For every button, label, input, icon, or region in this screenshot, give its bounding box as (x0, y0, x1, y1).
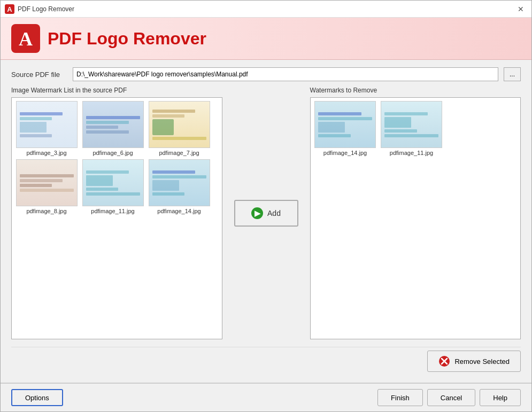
options-button[interactable]: Options (11, 389, 63, 406)
footer-right: Finish Cancel Help (377, 389, 521, 406)
list-item[interactable]: pdfimage_14.jpg (148, 159, 211, 214)
thumbnail-pdfimage11 (82, 159, 144, 206)
add-button-label: Add (267, 209, 281, 217)
main-content: Source PDF file ... Image Watermark List… (1, 60, 531, 383)
add-button[interactable]: ▶ Add (234, 200, 298, 227)
thumbnail-pdfimage14 (149, 159, 210, 206)
help-button[interactable]: Help (480, 389, 521, 406)
thumb-label-3: pdfimage_3.jpg (26, 150, 66, 156)
list-item[interactable]: pdfimage_11.jpg (380, 101, 443, 156)
cancel-button[interactable]: Cancel (427, 389, 475, 406)
right-panel-label: Watermarks to Remove (310, 87, 521, 94)
remove-selected-label: Remove Selected (454, 357, 510, 366)
thumb-label-11: pdfimage_11.jpg (91, 208, 134, 214)
thumbnail-pdfimage3 (16, 101, 78, 148)
thumb-label-8: pdfimage_8.jpg (26, 208, 66, 214)
thumbnail-pdfimage14r (314, 101, 376, 148)
app-icon: A (5, 4, 14, 14)
thumb-label-7: pdfimage_7.jpg (159, 150, 199, 156)
app-window: A PDF Logo Remover ✕ A PDF Logo Remover … (0, 0, 532, 412)
header-banner: A PDF Logo Remover (1, 18, 531, 60)
list-item[interactable]: pdfimage_6.jpg (81, 101, 144, 156)
list-item[interactable]: pdfimage_7.jpg (148, 101, 211, 156)
remove-icon (438, 355, 450, 367)
remove-selected-button[interactable]: Remove Selected (427, 351, 521, 372)
thumbnail-pdfimage6 (82, 101, 144, 148)
source-watermarks-list[interactable]: pdfimage_3.jpg pdfimage_6.jpg (11, 97, 222, 339)
footer-left: Options (11, 389, 63, 406)
bottom-actions: Remove Selected (11, 347, 521, 375)
footer-bar: Options Finish Cancel Help (1, 383, 531, 411)
title-bar-left: A PDF Logo Remover (5, 4, 74, 14)
title-bar: A PDF Logo Remover ✕ (1, 1, 531, 18)
svg-text:A: A (19, 28, 33, 50)
thumbnail-pdfimage7 (149, 101, 210, 148)
thumb-label-6: pdfimage_6.jpg (92, 150, 133, 156)
title-bar-text: PDF Logo Remover (18, 5, 74, 13)
thumbnail-pdfimage11r (381, 101, 442, 148)
list-item[interactable]: pdfimage_8.jpg (15, 159, 78, 214)
thumb-label-14r: pdfimage_14.jpg (323, 150, 367, 156)
right-panel: Watermarks to Remove pdfimage_14.jpg (310, 87, 521, 339)
browse-button[interactable]: ... (504, 67, 521, 81)
list-item[interactable]: pdfimage_11.jpg (81, 159, 144, 214)
list-item[interactable]: pdfimage_14.jpg (314, 101, 377, 156)
thumb-label-14: pdfimage_14.jpg (157, 208, 201, 214)
header-logo-icon: A (11, 24, 40, 53)
source-label: Source PDF file (11, 71, 67, 79)
source-row: Source PDF file ... (11, 67, 521, 81)
source-path-input[interactable] (73, 67, 498, 81)
add-icon: ▶ (251, 207, 263, 219)
thumbnail-pdfimage8 (16, 159, 78, 206)
left-panel: Image Watermark List in the source PDF (11, 87, 222, 339)
svg-text:A: A (7, 5, 12, 13)
thumb-label-11r: pdfimage_11.jpg (390, 150, 433, 156)
list-item[interactable]: pdfimage_3.jpg (15, 101, 78, 156)
left-panel-label: Image Watermark List in the source PDF (11, 87, 222, 94)
middle-panel: ▶ Add (229, 87, 304, 339)
finish-button[interactable]: Finish (377, 389, 423, 406)
header-title: PDF Logo Remover (48, 29, 206, 49)
panels-area: Image Watermark List in the source PDF (11, 87, 521, 339)
watermarks-to-remove-list[interactable]: pdfimage_14.jpg pdfimage_11.jpg (310, 97, 521, 339)
close-button[interactable]: ✕ (514, 4, 527, 14)
